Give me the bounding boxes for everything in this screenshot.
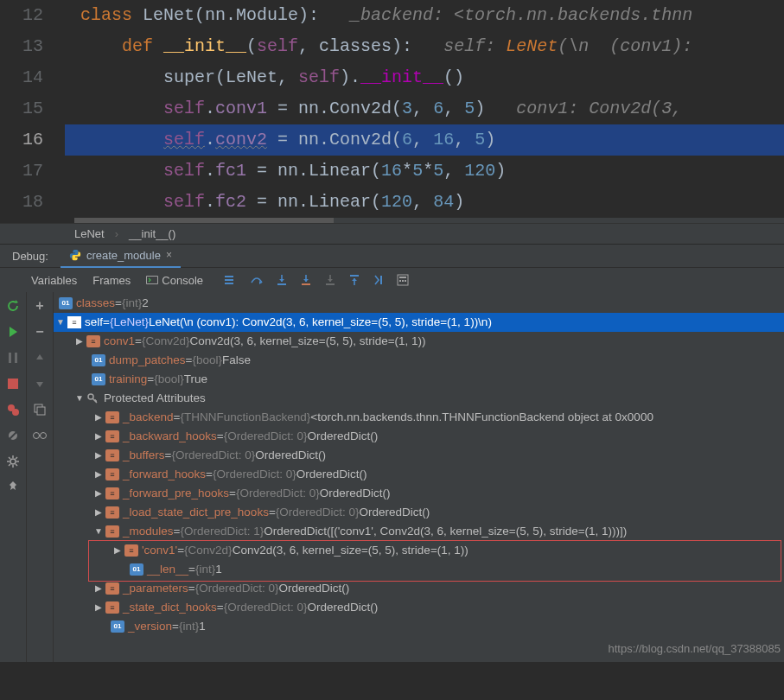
code-line[interactable]: self.fc1 = nn.Linear(16*5*5, 120) xyxy=(65,156,784,187)
var-protected[interactable]: ▼ Protected Attributes xyxy=(54,389,784,408)
close-icon[interactable]: × xyxy=(166,249,172,261)
mute-breakpoints-icon[interactable] xyxy=(6,429,20,442)
svg-point-33 xyxy=(34,433,40,439)
step-over-icon[interactable] xyxy=(250,274,264,286)
settings-icon[interactable] xyxy=(6,455,20,468)
crumb-class[interactable]: LeNet xyxy=(74,227,105,240)
object-icon: ≡ xyxy=(105,487,119,500)
breadcrumb: LeNet › __init__() xyxy=(0,223,784,244)
code-line[interactable]: self.fc2 = nn.Linear(120, 84) xyxy=(65,187,784,218)
force-step-into-icon[interactable] xyxy=(324,274,336,286)
code-editor[interactable]: 12 class LeNet(nn.Module): _backend: <to… xyxy=(0,0,784,223)
step-into-icon[interactable] xyxy=(276,274,288,286)
step-into-my-code-icon[interactable] xyxy=(300,274,312,286)
svg-rect-5 xyxy=(277,283,286,285)
var-forward-pre-hooks[interactable]: ▶ ≡ _forward_pre_hooks = {OrderedDict: 0… xyxy=(54,484,784,503)
collapse-icon[interactable]: ▼ xyxy=(73,389,86,408)
key-icon xyxy=(86,392,100,404)
object-icon: ≡ xyxy=(105,525,119,538)
variables-tree[interactable]: 01 classes = {int} 2 ▼ ≡ self = {LeNet} … xyxy=(54,292,784,662)
code-line[interactable]: class LeNet(nn.Module): _backend: <torch… xyxy=(65,0,784,31)
expand-icon[interactable]: ▶ xyxy=(111,541,124,560)
expand-icon[interactable]: ▶ xyxy=(92,427,105,446)
expand-icon[interactable]: ▶ xyxy=(73,332,86,351)
svg-line-30 xyxy=(9,464,10,466)
expand-icon[interactable]: ▶ xyxy=(92,484,105,503)
var-forward-hooks[interactable]: ▶ ≡ _forward_hooks = {OrderedDict: 0} Or… xyxy=(54,465,784,484)
pause-icon[interactable] xyxy=(6,351,20,365)
var-modules[interactable]: ▼ ≡ _modules = {OrderedDict: 1} OrderedD… xyxy=(54,522,784,541)
up-icon[interactable] xyxy=(33,351,47,365)
svg-rect-8 xyxy=(350,275,359,277)
code-line[interactable]: super(LeNet, self).__init__() xyxy=(65,62,784,93)
svg-rect-14 xyxy=(405,280,406,282)
collapse-icon[interactable]: ▼ xyxy=(54,313,67,332)
svg-line-27 xyxy=(9,457,10,459)
expand-icon[interactable]: ▶ xyxy=(92,579,105,598)
var-state-dict-hooks[interactable]: ▶ ≡ _state_dict_hooks = {OrderedDict: 0}… xyxy=(54,598,784,617)
svg-rect-12 xyxy=(399,280,401,282)
stop-icon[interactable] xyxy=(6,377,20,391)
pin-icon[interactable] xyxy=(6,480,20,494)
resume-icon[interactable] xyxy=(6,325,20,339)
debug-tab[interactable]: create_module × xyxy=(61,244,181,268)
code-line[interactable]: def __init__(self, classes): self: LeNet… xyxy=(65,31,784,62)
tab-frames[interactable]: Frames xyxy=(92,274,131,287)
var-backend[interactable]: ▶ ≡ _backend = {THNNFunctionBackend} <to… xyxy=(54,408,784,427)
var-buffers[interactable]: ▶ ≡ _buffers = {OrderedDict: 0} OrderedD… xyxy=(54,446,784,465)
inline-hint: self: LeNet(\n (conv1): xyxy=(443,36,692,56)
line-number: 18 xyxy=(0,187,65,218)
code-line-current[interactable]: self.conv2 = nn.Conv2d(6, 16, 5) xyxy=(65,124,784,156)
bool-icon: 01 xyxy=(92,354,105,366)
svg-point-22 xyxy=(10,459,16,464)
crumb-method[interactable]: __init__() xyxy=(129,227,175,240)
glasses-icon[interactable] xyxy=(33,429,47,442)
var-self[interactable]: ▼ ≡ self = {LeNet} LeNet(\n (conv1): Con… xyxy=(54,313,784,332)
collapse-icon[interactable]: ▼ xyxy=(92,522,105,541)
debug-side-toolbar xyxy=(0,292,27,662)
console-icon xyxy=(146,274,158,286)
debug-tab-label: create_module xyxy=(86,249,161,262)
step-out-icon[interactable] xyxy=(348,274,360,286)
remove-watch-icon[interactable]: − xyxy=(33,325,47,339)
debug-panel: + − 01 classes = {int} 2 ▼ ≡ self = {LeN… xyxy=(0,292,784,662)
rerun-icon[interactable] xyxy=(6,299,20,313)
tab-variables[interactable]: Variables xyxy=(31,274,77,287)
svg-rect-32 xyxy=(37,407,45,415)
svg-point-34 xyxy=(41,433,47,439)
var-load-state-dict-pre-hooks[interactable]: ▶ ≡ _load_state_dict_pre_hooks = {Ordere… xyxy=(54,503,784,522)
var-modules-conv1[interactable]: ▶ ≡ 'conv1' = {Conv2d} Conv2d(3, 6, kern… xyxy=(54,541,784,560)
svg-rect-2 xyxy=(225,279,233,281)
code-line[interactable]: self.conv1 = nn.Conv2d(3, 6, 5) conv1: C… xyxy=(65,93,784,124)
svg-rect-6 xyxy=(302,283,310,285)
expand-icon[interactable]: ▶ xyxy=(92,503,105,522)
tab-console[interactable]: Console xyxy=(146,274,203,287)
var-version[interactable]: 01 _version = {int} 1 xyxy=(54,617,784,636)
run-to-cursor-icon[interactable] xyxy=(373,274,385,286)
var-conv1[interactable]: ▶ ≡ conv1 = {Conv2d} Conv2d(3, 6, kernel… xyxy=(54,332,784,351)
down-icon[interactable] xyxy=(33,377,47,391)
expand-icon[interactable]: ▶ xyxy=(92,446,105,465)
expand-icon[interactable]: ▶ xyxy=(92,408,105,427)
var-classes[interactable]: 01 classes = {int} 2 xyxy=(54,294,784,313)
expand-icon[interactable]: ▶ xyxy=(92,598,105,617)
evaluate-icon[interactable] xyxy=(397,274,409,286)
object-icon: ≡ xyxy=(105,449,119,461)
line-number: 17 xyxy=(0,156,65,187)
duplicate-icon[interactable] xyxy=(33,403,47,417)
svg-line-29 xyxy=(16,457,17,459)
show-exec-point-icon[interactable] xyxy=(224,274,238,286)
svg-rect-3 xyxy=(225,283,233,284)
var-modules-len[interactable]: 01 __len__ = {int} 1 xyxy=(54,560,784,579)
add-watch-icon[interactable]: + xyxy=(33,299,47,313)
svg-rect-13 xyxy=(402,280,404,282)
var-dump-patches[interactable]: 01 dump_patches = {bool} False xyxy=(54,351,784,370)
var-backward-hooks[interactable]: ▶ ≡ _backward_hooks = {OrderedDict: 0} O… xyxy=(54,427,784,446)
svg-rect-16 xyxy=(15,353,17,363)
expand-icon[interactable]: ▶ xyxy=(92,465,105,484)
var-training[interactable]: 01 training = {bool} True xyxy=(54,370,784,389)
var-parameters[interactable]: ▶ ≡ _parameters = {OrderedDict: 0} Order… xyxy=(54,579,784,598)
debug-tools-row: Variables Frames Console xyxy=(0,267,784,292)
view-breakpoints-icon[interactable] xyxy=(6,403,20,417)
svg-rect-17 xyxy=(8,379,18,389)
